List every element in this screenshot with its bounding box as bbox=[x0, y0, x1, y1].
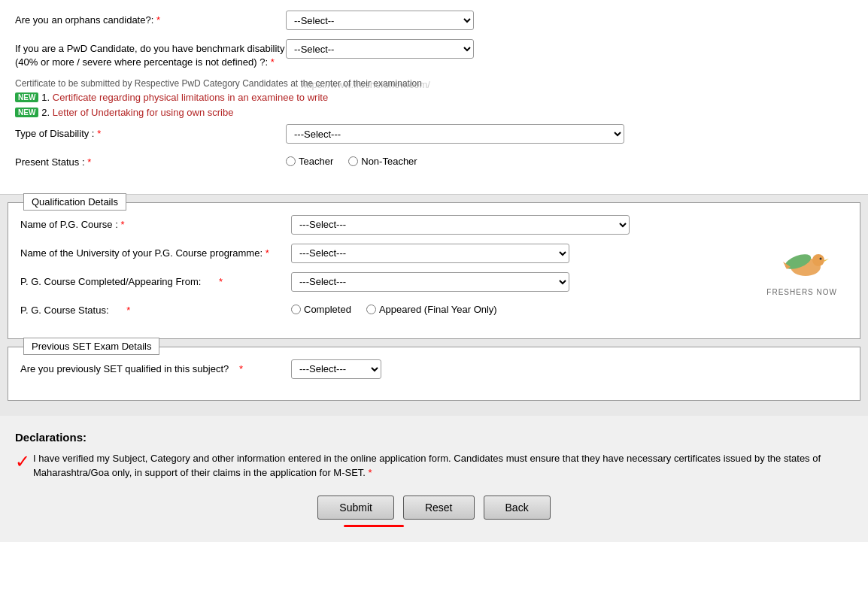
cert-item-2: NEW 2. Letter of Undertaking for using o… bbox=[15, 107, 853, 118]
declarations-text: I have verified my Subject, Category and… bbox=[33, 451, 853, 480]
pg-status-label: P. G. Course Status: * bbox=[20, 301, 291, 317]
pwd-row: If you are a PwD Candidate, do you have … bbox=[15, 39, 853, 69]
logo-text: FRESHERS NOW bbox=[766, 288, 837, 296]
non-teacher-radio[interactable] bbox=[348, 156, 358, 166]
university-select[interactable]: ---Select--- bbox=[291, 244, 569, 263]
cert-header: Certificate to be submitted by Respectiv… bbox=[15, 78, 853, 89]
present-status-label: Present Status : * bbox=[15, 153, 286, 169]
new-badge-1: NEW bbox=[15, 92, 38, 102]
submit-underline bbox=[344, 525, 404, 527]
pg-course-select[interactable]: ---Select--- bbox=[291, 215, 630, 235]
teacher-radio[interactable] bbox=[286, 156, 296, 166]
button-row: Submit Reset Back bbox=[15, 496, 853, 520]
completed-radio-label[interactable]: Completed bbox=[291, 304, 351, 315]
present-status-row: Present Status : * Teacher Non-Teacher bbox=[15, 153, 853, 169]
pg-course-row: Name of P.G. Course : * ---Select--- bbox=[20, 215, 848, 235]
completed-select[interactable]: ---Select--- bbox=[291, 272, 569, 292]
university-label: Name of the University of your P.G. Cour… bbox=[20, 244, 291, 260]
present-status-radio-group: Teacher Non-Teacher bbox=[286, 153, 417, 167]
non-teacher-radio-label[interactable]: Non-Teacher bbox=[348, 156, 417, 167]
back-button[interactable]: Back bbox=[484, 496, 551, 520]
disability-select[interactable]: ---Select--- bbox=[286, 124, 624, 144]
cert-item-1: NEW 1. Certificate regarding physical li… bbox=[15, 92, 853, 103]
previous-exam-legend: Previous SET Exam Details bbox=[23, 338, 159, 355]
logo-bird-svg bbox=[772, 241, 832, 286]
declarations-section: Declarations: ✓ I have verified my Subje… bbox=[0, 416, 868, 542]
cert-link-2[interactable]: Letter of Undertaking for using own scri… bbox=[53, 107, 234, 118]
orphan-row: Are you an orphans candidate?: * --Selec… bbox=[15, 11, 853, 30]
pg-status-radio-group: Completed Appeared (Final Year Only) bbox=[291, 301, 497, 315]
completed-label: P. G. Course Completed/Appearing From: * bbox=[20, 272, 291, 289]
pwd-label: If you are a PwD Candidate, do you have … bbox=[15, 39, 286, 69]
freshersnow-logo: FRESHERS NOW bbox=[766, 241, 837, 296]
qualification-fieldset: Qualification Details bbox=[8, 202, 860, 339]
orphan-select[interactable]: --Select-- bbox=[286, 11, 474, 30]
teacher-radio-label[interactable]: Teacher bbox=[286, 156, 333, 167]
pg-status-row: P. G. Course Status: * Completed Appeare… bbox=[20, 301, 848, 317]
new-badge-2: NEW bbox=[15, 108, 38, 117]
cert-link-1[interactable]: Certificate regarding physical limitatio… bbox=[53, 92, 328, 103]
orphan-label: Are you an orphans candidate?: * bbox=[15, 11, 286, 27]
svg-marker-4 bbox=[824, 259, 829, 262]
qualification-legend: Qualification Details bbox=[23, 193, 126, 211]
completed-row: P. G. Course Completed/Appearing From: *… bbox=[20, 272, 848, 292]
set-qualified-row: Are you previously SET qualified in this… bbox=[20, 359, 848, 379]
set-qualified-select[interactable]: ---Select--- bbox=[291, 359, 381, 379]
previous-exam-fieldset: Previous SET Exam Details Are you previo… bbox=[8, 347, 860, 401]
checkmark-icon: ✓ bbox=[15, 451, 30, 472]
pg-course-label: Name of P.G. Course : * bbox=[20, 215, 291, 232]
svg-point-2 bbox=[812, 254, 824, 266]
appeared-radio-label[interactable]: Appeared (Final Year Only) bbox=[366, 304, 497, 315]
university-row: Name of the University of your P.G. Cour… bbox=[20, 244, 848, 263]
appeared-radio[interactable] bbox=[366, 305, 376, 314]
reset-button[interactable]: Reset bbox=[403, 496, 475, 520]
pwd-select[interactable]: --Select-- bbox=[286, 39, 474, 59]
certificate-section: Certificate to be submitted by Respectiv… bbox=[15, 78, 853, 118]
disability-label: Type of Disability : * bbox=[15, 124, 286, 141]
set-qualified-label: Are you previously SET qualified in this… bbox=[20, 359, 291, 376]
completed-radio[interactable] bbox=[291, 305, 301, 314]
declarations-title: Declarations: bbox=[15, 431, 853, 444]
submit-button[interactable]: Submit bbox=[317, 496, 394, 520]
disability-row: Type of Disability : * ---Select--- bbox=[15, 124, 853, 144]
svg-point-3 bbox=[820, 257, 822, 259]
